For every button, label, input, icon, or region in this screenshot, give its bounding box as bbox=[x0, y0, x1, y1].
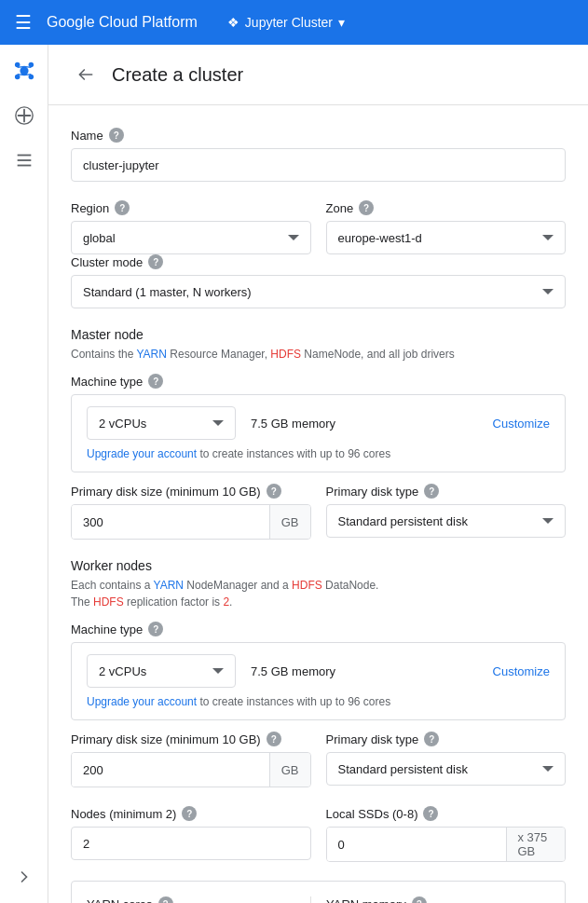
svg-point-0 bbox=[20, 66, 28, 75]
master-node-title: Master node bbox=[71, 327, 566, 342]
svg-line-6 bbox=[24, 66, 31, 67]
nodes-help-icon[interactable]: ? bbox=[182, 806, 197, 821]
worker-disk-row: Primary disk size (minimum 10 GB) ? GB P… bbox=[71, 732, 566, 787]
worker-disk-size-help-icon[interactable]: ? bbox=[267, 732, 281, 746]
master-disk-size-group: Primary disk size (minimum 10 GB) ? GB bbox=[71, 484, 311, 540]
svg-line-7 bbox=[17, 75, 23, 75]
cluster-mode-group: Cluster mode ? Standard (1 master, N wor… bbox=[71, 254, 566, 308]
worker-machine-type-box: 2 vCPUs 7.5 GB memory Customize Upgrade … bbox=[71, 642, 566, 720]
master-node-section: Master node Contains the YARN Resource M… bbox=[71, 327, 566, 540]
name-label: Name ? bbox=[71, 128, 566, 143]
master-machine-type-help-icon[interactable]: ? bbox=[148, 374, 163, 389]
page-header: Create a cluster bbox=[48, 45, 588, 105]
master-node-desc: Contains the YARN Resource Manager, HDFS… bbox=[71, 346, 566, 363]
summary-box: YARN cores ? 4 YARN memory ? 12 GB bbox=[71, 881, 566, 903]
cluster-dot-icon: ❖ bbox=[227, 15, 239, 30]
menu-icon[interactable]: ☰ bbox=[15, 11, 32, 34]
master-customize-link[interactable]: Customize bbox=[493, 417, 550, 431]
worker-disk-type-select[interactable]: Standard persistent disk bbox=[326, 752, 567, 786]
worker-upgrade-text: Upgrade your account to create instances… bbox=[87, 695, 550, 708]
ssds-input[interactable] bbox=[327, 828, 506, 861]
master-disk-type-help-icon[interactable]: ? bbox=[424, 484, 439, 499]
cluster-name: Jupyter Cluster bbox=[245, 15, 333, 30]
app-title: Google Cloud Platform bbox=[47, 14, 198, 31]
main-content: Create a cluster Name ? Region ? bbox=[48, 45, 588, 903]
worker-nodes-section: Worker nodes Each contains a YARN NodeMa… bbox=[71, 558, 566, 862]
app-layout: Create a cluster Name ? Region ? bbox=[0, 45, 588, 903]
worker-customize-link[interactable]: Customize bbox=[493, 664, 550, 678]
name-group: Name ? bbox=[71, 128, 566, 182]
ssds-unit: x 375 GB bbox=[506, 828, 566, 861]
master-machine-type-select[interactable]: 2 vCPUs bbox=[87, 406, 236, 440]
master-machine-memory: 7.5 GB memory bbox=[251, 417, 478, 431]
page-title: Create a cluster bbox=[112, 64, 243, 86]
master-disk-row: Primary disk size (minimum 10 GB) ? GB P… bbox=[71, 484, 566, 540]
cluster-arrow-icon: ▾ bbox=[338, 15, 345, 30]
worker-disk-unit: GB bbox=[269, 753, 310, 787]
nodes-group: Nodes (minimum 2) ? bbox=[71, 806, 311, 862]
ssds-help-icon[interactable]: ? bbox=[423, 806, 438, 821]
master-machine-type-box: 2 vCPUs 7.5 GB memory Customize Upgrade … bbox=[71, 394, 566, 472]
yarn-memory-help-icon[interactable]: ? bbox=[412, 896, 427, 903]
yarn-memory-col: YARN memory ? 12 GB bbox=[310, 896, 550, 903]
master-disk-type-select[interactable]: Standard persistent disk bbox=[326, 504, 567, 538]
back-button[interactable] bbox=[71, 60, 101, 89]
ssds-group: Local SSDs (0-8) ? x 375 GB bbox=[326, 806, 567, 862]
worker-machine-type-help-icon[interactable]: ? bbox=[148, 622, 163, 636]
name-help-icon[interactable]: ? bbox=[109, 128, 124, 143]
region-zone-row: Region ? global Zone ? europe-west1-d bbox=[71, 200, 566, 254]
zone-select[interactable]: europe-west1-d bbox=[326, 221, 567, 254]
nodes-ssds-row: Nodes (minimum 2) ? Local SSDs (0-8) ? x… bbox=[71, 806, 566, 862]
sidebar-item-dataproc[interactable] bbox=[6, 52, 43, 89]
worker-disk-size-group: Primary disk size (minimum 10 GB) ? GB bbox=[71, 732, 311, 787]
worker-machine-memory: 7.5 GB memory bbox=[251, 664, 478, 678]
name-input[interactable] bbox=[71, 148, 566, 182]
worker-machine-type-select[interactable]: 2 vCPUs bbox=[87, 654, 236, 688]
master-upgrade-text: Upgrade your account to create instances… bbox=[87, 447, 550, 460]
yarn-cores-help-icon[interactable]: ? bbox=[158, 896, 173, 903]
region-help-icon[interactable]: ? bbox=[115, 200, 130, 215]
worker-disk-size-input[interactable] bbox=[72, 753, 269, 787]
worker-disk-type-group: Primary disk type ? Standard persistent … bbox=[326, 732, 567, 787]
worker-upgrade-link[interactable]: Upgrade your account bbox=[87, 695, 197, 708]
create-cluster-form: Name ? Region ? global bbox=[48, 105, 588, 903]
zone-group: Zone ? europe-west1-d bbox=[326, 200, 567, 254]
cluster-mode-help-icon[interactable]: ? bbox=[148, 254, 163, 269]
region-select[interactable]: global bbox=[71, 221, 311, 254]
cluster-mode-select[interactable]: Standard (1 master, N workers) bbox=[71, 275, 566, 308]
master-disk-size-help-icon[interactable]: ? bbox=[267, 484, 281, 499]
topnav: ☰ Google Cloud Platform ❖ Jupyter Cluste… bbox=[0, 0, 588, 45]
master-disk-unit: GB bbox=[269, 505, 310, 539]
svg-line-5 bbox=[17, 66, 23, 67]
region-group: Region ? global bbox=[71, 200, 311, 254]
zone-help-icon[interactable]: ? bbox=[359, 200, 374, 215]
worker-nodes-desc: Each contains a YARN NodeManager and a H… bbox=[71, 577, 566, 610]
sidebar-item-add[interactable] bbox=[6, 97, 43, 134]
master-disk-size-input[interactable] bbox=[72, 505, 269, 539]
worker-disk-type-help-icon[interactable]: ? bbox=[424, 732, 439, 746]
worker-nodes-title: Worker nodes bbox=[71, 558, 566, 573]
sidebar-item-list[interactable] bbox=[6, 142, 43, 179]
sidebar-collapse-icon[interactable] bbox=[6, 858, 43, 896]
cluster-selector[interactable]: ❖ Jupyter Cluster ▾ bbox=[227, 15, 345, 30]
sidebar bbox=[0, 45, 48, 903]
svg-line-8 bbox=[24, 75, 31, 75]
nodes-input[interactable] bbox=[71, 827, 311, 860]
master-disk-type-group: Primary disk type ? Standard persistent … bbox=[326, 484, 567, 540]
master-upgrade-link[interactable]: Upgrade your account bbox=[87, 447, 197, 460]
yarn-cores-col: YARN cores ? 4 bbox=[87, 896, 310, 903]
